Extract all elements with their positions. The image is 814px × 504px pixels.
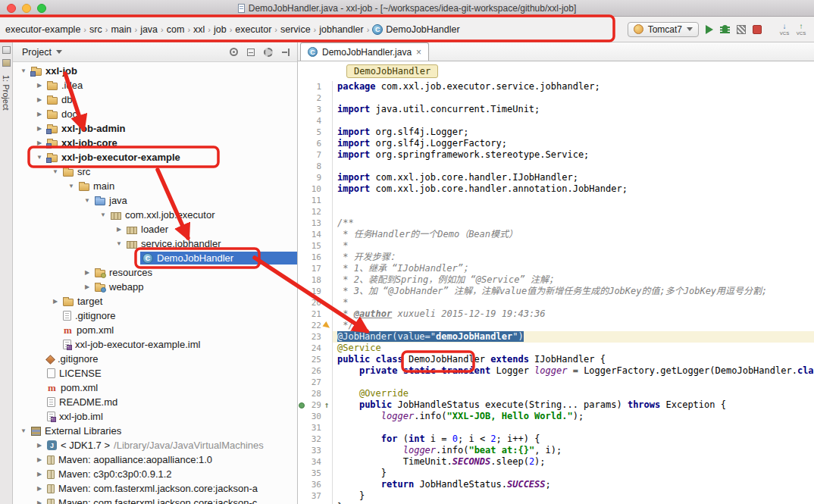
tree-item[interactable]: target xyxy=(13,294,297,308)
tree-expand-icon[interactable] xyxy=(82,269,92,276)
code-line[interactable]: 27 xyxy=(298,377,814,388)
code-text[interactable]: * xyxy=(333,240,814,252)
tree-expand-icon[interactable] xyxy=(34,499,45,504)
tree-expand-icon[interactable] xyxy=(34,125,45,132)
code-text[interactable]: import org.slf4j.Logger; xyxy=(333,127,814,138)
code-line[interactable]: 34 TimeUnit.SECONDS.sleep(2); xyxy=(298,456,814,468)
code-line[interactable]: 33 logger.info("beat at:{}", i); xyxy=(298,445,814,456)
tree-expand-icon[interactable] xyxy=(34,471,45,477)
tree-expand-icon[interactable] xyxy=(82,197,92,204)
tree-item[interactable]: db xyxy=(13,92,297,107)
code-line[interactable]: 15 * xyxy=(298,240,814,252)
vcs-commit-button[interactable]: ↑ VCS xyxy=(794,23,808,36)
tree-item[interactable]: .gitignore xyxy=(13,308,297,323)
code-text[interactable]: import org.slf4j.LoggerFactory; xyxy=(333,138,814,149)
code-text[interactable]: import com.xxl.job.core.handler.annotati… xyxy=(333,183,814,195)
hide-panel-icon[interactable] xyxy=(282,49,290,56)
code-line[interactable]: 35 } xyxy=(298,468,814,479)
breadcrumb-item[interactable]: job xyxy=(211,23,229,36)
tree-expand-icon[interactable] xyxy=(34,139,45,146)
code-text[interactable] xyxy=(333,377,814,388)
code-line[interactable]: 12 xyxy=(298,206,814,218)
code-text[interactable]: * 1、继承 “IJobHandler”； xyxy=(333,263,814,274)
code-line[interactable]: 7import org.springframework.stereotype.S… xyxy=(298,149,814,161)
zoom-window-button[interactable] xyxy=(37,4,46,13)
tree-item[interactable]: Maven: com.fasterxml.jackson.core:jackso… xyxy=(13,481,297,496)
code-text[interactable]: * xyxy=(333,297,814,308)
tree-expand-icon[interactable] xyxy=(34,485,45,492)
tree-expand-icon[interactable] xyxy=(34,111,45,117)
tree-item[interactable]: loader xyxy=(13,222,297,236)
tree-expand-icon[interactable] xyxy=(66,183,77,189)
code-text[interactable]: package com.xxl.job.executor.service.job… xyxy=(333,81,814,92)
tree-item[interactable]: xxl-job-admin xyxy=(13,121,297,136)
code-text[interactable]: private static transient Logger logger =… xyxy=(333,365,814,377)
tree-item[interactable]: pom.xml xyxy=(13,323,297,337)
code-text[interactable]: import java.util.concurrent.TimeUnit; xyxy=(333,104,814,115)
minimize-window-button[interactable] xyxy=(22,4,31,13)
tree-expand-icon[interactable] xyxy=(114,226,124,233)
stop-button[interactable] xyxy=(753,25,762,34)
code-line[interactable]: 11 xyxy=(298,195,814,206)
code-text[interactable]: logger.info("XXL-JOB, Hello World."); xyxy=(333,411,814,422)
breadcrumb-item[interactable]: jobhandler xyxy=(317,23,365,36)
code-line[interactable]: 31 xyxy=(298,422,814,434)
code-text[interactable]: * 任务Handler的一个Demo（Bean模式） xyxy=(333,229,814,240)
tree-item[interactable]: xxl-job-executor-example.iml xyxy=(13,337,297,352)
breadcrumb-item[interactable]: main xyxy=(108,23,133,36)
project-panel-title[interactable]: Project xyxy=(22,47,52,58)
code-text[interactable]: } xyxy=(333,490,814,502)
run-marker-icon[interactable] xyxy=(299,402,305,409)
code-text[interactable]: TimeUnit.SECONDS.sleep(2); xyxy=(333,456,814,468)
code-text[interactable]: * 2、装配到Spring，例如加 “@Service” 注解； xyxy=(333,274,814,286)
code-line[interactable]: 10import com.xxl.job.core.handler.annota… xyxy=(298,183,814,195)
override-icon[interactable]: ↑ xyxy=(324,399,330,411)
code-text[interactable] xyxy=(333,206,814,218)
tree-item[interactable]: resources xyxy=(13,265,297,280)
tree-expand-icon[interactable] xyxy=(34,154,45,161)
tree-item[interactable]: java xyxy=(13,193,297,208)
tree-item[interactable]: xxl-job xyxy=(13,64,297,78)
vcs-update-button[interactable]: ↓ VCS xyxy=(778,23,791,36)
code-line[interactable]: 16 * 开发步骤： xyxy=(298,252,814,263)
breadcrumb-item[interactable]: executor-example xyxy=(3,23,83,36)
breadcrumb-item[interactable]: DemoJobHandler xyxy=(370,23,462,36)
code-area[interactable]: 1package com.xxl.job.executor.service.jo… xyxy=(298,61,814,504)
tree-expand-icon[interactable] xyxy=(50,298,61,305)
code-line[interactable]: 2 xyxy=(298,92,814,104)
code-line[interactable]: 20 * xyxy=(298,297,814,308)
code-text[interactable]: @JobHander(value="demoJobHandler") xyxy=(333,331,814,343)
project-stripe-button[interactable]: 1: Project xyxy=(2,75,11,110)
run-configuration-select[interactable]: Tomcat7 xyxy=(628,22,699,37)
code-text[interactable] xyxy=(333,195,814,206)
code-line[interactable]: 17 * 1、继承 “IJobHandler”； xyxy=(298,263,814,274)
code-text[interactable] xyxy=(333,115,814,127)
code-text[interactable]: for (int i = 0; i < 2; i++) { xyxy=(333,434,814,445)
tree-expand-icon[interactable] xyxy=(18,67,29,74)
breadcrumb-item[interactable]: service xyxy=(278,23,313,36)
breadcrumb-item[interactable]: xxl xyxy=(191,23,207,36)
tree-item[interactable]: .gitignore xyxy=(13,352,297,366)
code-line[interactable]: 4 xyxy=(298,115,814,127)
code-line[interactable]: 18 * 2、装配到Spring，例如加 “@Service” 注解； xyxy=(298,274,814,286)
code-text[interactable] xyxy=(333,422,814,434)
locate-icon[interactable] xyxy=(230,48,238,56)
breadcrumb-item[interactable]: src xyxy=(87,23,105,36)
tool-window-icon[interactable] xyxy=(2,46,11,54)
tree-item[interactable]: Maven: c3p0:c3p0:0.9.1.2 xyxy=(13,467,297,481)
code-line[interactable]: 23@JobHander(value="demoJobHandler") xyxy=(298,331,814,343)
code-text[interactable]: * 开发步骤： xyxy=(333,252,814,263)
code-text[interactable]: * 3、加 “@JobHander” 注解，注解value值为新增任务生成的Jo… xyxy=(333,286,814,297)
code-line[interactable]: 29↑ public JobHandleStatus execute(Strin… xyxy=(298,399,814,411)
code-line[interactable]: 26 private static transient Logger logge… xyxy=(298,365,814,377)
tree-expand-icon[interactable] xyxy=(50,168,61,175)
tree-item[interactable]: main xyxy=(13,179,297,193)
code-line[interactable]: 22 */ xyxy=(298,320,814,331)
code-line[interactable]: 19 * 3、加 “@JobHander” 注解，注解value值为新增任务生成… xyxy=(298,286,814,297)
code-line[interactable]: 36 return JobHandleStatus.SUCCESS; xyxy=(298,479,814,490)
tree-item[interactable]: pom.xml xyxy=(13,380,297,395)
code-line[interactable]: 9import com.xxl.job.core.handler.IJobHan… xyxy=(298,172,814,183)
tree-item[interactable]: Maven: com.fasterxml.jackson.core:jackso… xyxy=(13,496,297,504)
code-text[interactable]: public class DemoJobHandler extends IJob… xyxy=(333,354,814,365)
tree-item[interactable]: xxl-job-core xyxy=(13,136,297,150)
